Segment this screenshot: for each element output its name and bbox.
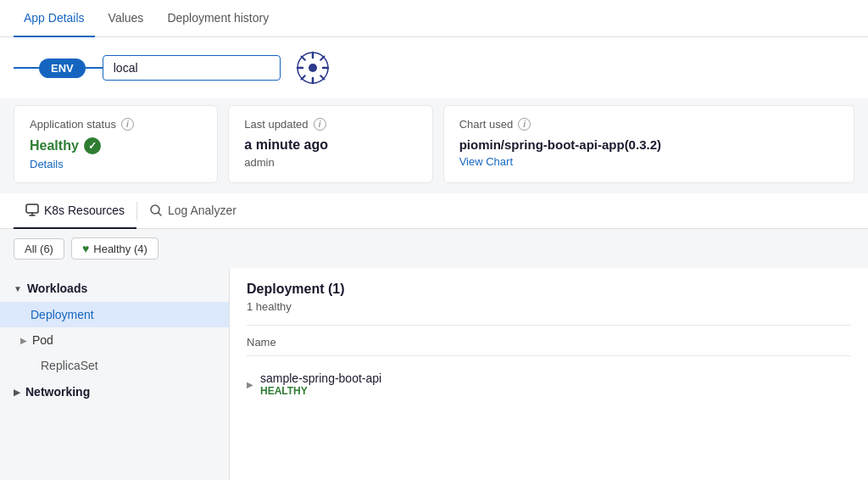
chart-used-card: Chart used i piomin/spring-boot-api-app(… — [443, 105, 854, 183]
right-panel: Deployment (1) 1 healthy Name ▶ sample-s… — [229, 268, 868, 480]
check-circle-icon: ✓ — [84, 137, 101, 154]
panel-row: ▶ sample-spring-boot-api HEALTHY — [247, 365, 851, 404]
env-line: ENV — [14, 59, 103, 78]
chart-used-info-icon[interactable]: i — [518, 118, 531, 131]
k8s-resources-label: K8s Resources — [44, 204, 125, 217]
cards-row: Application status i Healthy ✓ Details L… — [0, 98, 868, 193]
helm-svg — [294, 49, 331, 87]
view-chart-link[interactable]: View Chart — [459, 155, 838, 168]
sidebar-item-replicaset[interactable]: ReplicaSet — [0, 353, 229, 378]
k8s-tabs-bar: K8s Resources Log Analyzer — [0, 193, 868, 229]
sidebar-tree: ▼ Workloads Deployment ▶ Pod ReplicaSet … — [0, 268, 229, 480]
panel-divider — [247, 325, 851, 326]
tab-deployment-history[interactable]: Deployment history — [157, 0, 279, 37]
line-left — [14, 67, 39, 69]
svg-rect-10 — [26, 204, 38, 213]
all-filter-button[interactable]: All (6) — [14, 238, 64, 260]
app-status-label: Application status i — [30, 118, 202, 131]
networking-label: Networking — [25, 385, 90, 399]
main-content: ▼ Workloads Deployment ▶ Pod ReplicaSet … — [0, 268, 868, 480]
app-status-text: Application status — [30, 118, 116, 131]
healthy-filter-label: Healthy (4) — [93, 243, 147, 255]
last-updated-label: Last updated i — [244, 118, 416, 131]
svg-point-1 — [309, 64, 317, 72]
env-input-wrap — [103, 55, 281, 81]
workloads-section: ▼ Workloads Deployment ▶ Pod ReplicaSet — [0, 275, 229, 378]
tab-k8s-resources[interactable]: K8s Resources — [14, 193, 136, 229]
sidebar-item-deployment[interactable]: Deployment — [0, 302, 229, 327]
networking-caret-icon: ▶ — [14, 388, 20, 397]
helm-icon — [294, 49, 331, 87]
chart-used-label: Chart used i — [459, 118, 838, 131]
app-status-card: Application status i Healthy ✓ Details — [14, 105, 218, 183]
app-status-healthy-text: Healthy — [30, 138, 79, 153]
sidebar-item-pod[interactable]: ▶ Pod — [0, 327, 229, 353]
env-input[interactable] — [103, 55, 281, 81]
log-analyzer-icon — [149, 204, 163, 217]
pod-caret-icon: ▶ — [20, 336, 27, 345]
networking-header[interactable]: ▶ Networking — [0, 378, 229, 405]
app-status-info-icon[interactable]: i — [121, 118, 134, 131]
panel-title: Deployment (1) — [247, 282, 851, 297]
workloads-label: Workloads — [27, 282, 87, 295]
workloads-header[interactable]: ▼ Workloads — [0, 275, 229, 302]
app-status-value: Healthy ✓ — [30, 137, 202, 154]
last-updated-info-icon[interactable]: i — [314, 118, 326, 131]
panel-col-header: Name — [247, 336, 851, 356]
last-updated-admin: admin — [244, 156, 416, 169]
app-status-details-link[interactable]: Details — [30, 158, 202, 170]
panel-row-status: HEALTHY — [260, 385, 381, 397]
last-updated-text: Last updated — [244, 118, 308, 131]
panel-row-content: sample-spring-boot-api HEALTHY — [260, 371, 381, 397]
env-bar: ENV — [0, 37, 868, 98]
env-pill[interactable]: ENV — [39, 59, 86, 78]
log-analyzer-label: Log Analyzer — [168, 204, 236, 217]
heart-icon: ♥ — [82, 242, 89, 255]
tab-values[interactable]: Values — [98, 0, 154, 37]
filter-bar: All (6) ♥ Healthy (4) — [0, 229, 868, 268]
last-updated-card: Last updated i a minute ago admin — [228, 105, 432, 183]
chart-used-value: piomin/spring-boot-api-app(0.3.2) — [459, 137, 838, 152]
tab-log-analyzer[interactable]: Log Analyzer — [137, 193, 248, 229]
tab-app-details[interactable]: App Details — [14, 0, 95, 37]
workloads-caret-icon: ▼ — [14, 284, 22, 293]
healthy-filter-button[interactable]: ♥ Healthy (4) — [71, 237, 159, 260]
line-right — [86, 67, 103, 69]
pod-label: Pod — [32, 333, 53, 347]
panel-sub: 1 healthy — [247, 300, 851, 313]
last-updated-value: a minute ago — [244, 137, 416, 153]
k8s-resources-icon — [25, 204, 39, 217]
chart-used-text: Chart used — [459, 118, 514, 131]
top-tabs-bar: App Details Values Deployment history — [0, 0, 868, 37]
panel-row-caret-icon[interactable]: ▶ — [247, 380, 253, 389]
panel-row-name: sample-spring-boot-api — [260, 371, 381, 385]
